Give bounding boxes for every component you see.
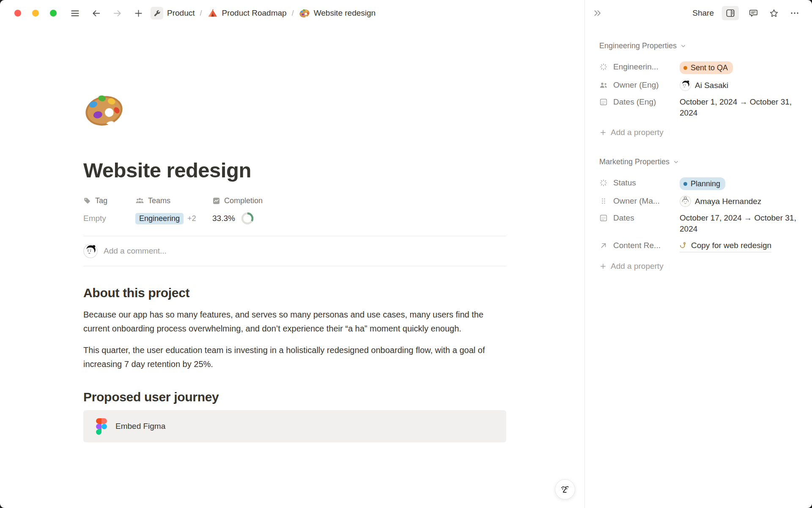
breadcrumb-item-product-roadmap[interactable]: Product Roadmap	[207, 8, 287, 19]
completion-chart-icon	[212, 197, 220, 205]
amaya-hernandez-avatar	[680, 196, 691, 207]
property-label: Owner (Ma...	[613, 196, 676, 207]
page-content: Website redesign Tag Teams Completion	[0, 26, 584, 508]
about-heading[interactable]: About this project	[83, 286, 506, 300]
property-row-engineering-status[interactable]: Engineerin... Sent to QA	[599, 50, 800, 74]
relation-page-link[interactable]: Copy for web redesign	[680, 240, 771, 252]
chevron-down-icon	[680, 43, 686, 49]
traffic-lights	[14, 10, 57, 17]
ai-sasaki-avatar	[680, 80, 691, 91]
teams-overflow-count[interactable]: +2	[187, 214, 196, 223]
close-window-button[interactable]	[14, 10, 21, 17]
completion-property-label[interactable]: Completion	[212, 196, 506, 205]
collapse-panel-icon[interactable]	[593, 8, 603, 18]
engineering-properties-header[interactable]: Engineering Properties	[599, 41, 800, 50]
comment-input[interactable]: Add a comment...	[104, 246, 167, 256]
page-properties: Tag Teams Completion Empty Engineerin	[83, 196, 506, 225]
page-icon-palette[interactable]	[83, 89, 125, 130]
status-dot	[683, 66, 687, 70]
panel-topbar: Share	[585, 0, 812, 26]
status-dot	[683, 182, 687, 186]
breadcrumb-label: Website redesign	[314, 8, 376, 18]
person-value[interactable]: Ai Sasaki	[680, 80, 728, 91]
panel-body: Engineering Properties Engineerin... Sen…	[585, 26, 812, 271]
about-paragraph-2[interactable]: This quarter, the user education team is…	[83, 343, 506, 371]
teams-property-label[interactable]: Teams	[135, 196, 212, 205]
hook-icon	[680, 242, 688, 250]
date-range-value[interactable]: October 17, 2024 → October 31, 2024	[680, 213, 800, 235]
forward-arrow-icon[interactable]	[112, 8, 123, 19]
journey-heading[interactable]: Proposed user journey	[83, 390, 506, 404]
notion-window: Product / Product Roadmap / Website rede…	[0, 0, 812, 508]
breadcrumb-item-website-redesign[interactable]: Website redesign	[299, 8, 376, 19]
person-value[interactable]: Amaya Hernandez	[680, 196, 761, 207]
property-row-owner-marketing[interactable]: Owner (Ma... Amaya Hernandez	[599, 190, 800, 207]
tag-property-label[interactable]: Tag	[83, 196, 135, 205]
embed-figma-block[interactable]: Embed Figma	[83, 410, 506, 442]
property-row-owner-eng[interactable]: Owner (Eng) Ai Sasaki	[599, 74, 800, 91]
marketing-properties-header[interactable]: Marketing Properties	[599, 157, 800, 166]
breadcrumb-separator: /	[198, 9, 203, 18]
date-range-value[interactable]: October 1, 2024 → October 31, 2024	[680, 97, 800, 119]
tent-page-icon	[207, 8, 218, 19]
figma-logo-icon	[96, 418, 107, 435]
property-label: Dates	[613, 213, 676, 224]
current-user-avatar	[83, 244, 98, 258]
breadcrumb-separator: /	[291, 9, 295, 18]
status-icon	[599, 61, 609, 72]
arrow-up-right-icon	[599, 240, 609, 251]
favorite-star-icon[interactable]	[768, 6, 780, 20]
wrench-page-icon	[151, 7, 163, 19]
dots-grid-icon	[599, 196, 609, 207]
embed-figma-label: Embed Figma	[115, 422, 165, 431]
teams-property-value[interactable]: Engineering +2	[135, 212, 212, 225]
plus-icon	[599, 262, 607, 270]
property-row-content-relation[interactable]: Content Re... Copy for web redesign	[599, 235, 800, 252]
page-title[interactable]: Website redesign	[83, 158, 506, 182]
add-property-button[interactable]: Add a property	[599, 128, 800, 137]
breadcrumb-label: Product Roadmap	[222, 8, 287, 18]
status-badge[interactable]: Sent to QA	[680, 61, 733, 74]
property-label: Owner (Eng)	[613, 80, 676, 91]
palette-page-icon	[299, 8, 310, 19]
chevron-down-icon	[673, 159, 679, 165]
status-icon	[599, 177, 609, 188]
toggle-side-panel-button[interactable]	[722, 6, 739, 20]
property-row-dates-eng[interactable]: Dates (Eng) October 1, 2024 → October 31…	[599, 91, 800, 119]
status-badge[interactable]: Planning	[680, 177, 725, 190]
calendar-icon	[599, 97, 609, 108]
back-arrow-icon[interactable]	[91, 8, 102, 19]
plus-icon	[599, 129, 607, 136]
notion-ai-button[interactable]	[555, 479, 575, 500]
notion-ai-face-icon	[560, 484, 571, 495]
calendar-icon	[599, 213, 609, 224]
completion-property-value[interactable]: 33.3%	[212, 212, 506, 225]
team-badge[interactable]: Engineering	[135, 213, 184, 224]
share-button[interactable]: Share	[692, 8, 714, 18]
tag-icon	[83, 197, 91, 205]
tag-property-value[interactable]: Empty	[83, 212, 135, 225]
breadcrumb-item-product[interactable]: Product	[151, 7, 195, 19]
window-topbar: Product / Product Roadmap / Website rede…	[0, 0, 584, 26]
property-label: Status	[613, 177, 676, 188]
about-paragraph-1[interactable]: Because our app has so many features, an…	[83, 308, 506, 336]
minimize-window-button[interactable]	[32, 10, 39, 17]
main-column: Product / Product Roadmap / Website rede…	[0, 0, 584, 508]
side-panel-icon	[726, 9, 735, 17]
property-row-status[interactable]: Status Planning	[599, 166, 800, 190]
zoom-window-button[interactable]	[50, 10, 57, 17]
add-property-button[interactable]: Add a property	[599, 262, 800, 271]
more-options-icon[interactable]	[788, 6, 801, 20]
properties-panel: Share Engineering Properties	[584, 0, 812, 508]
nav-controls	[69, 8, 144, 19]
comments-button[interactable]	[747, 6, 760, 20]
comment-bubble-icon	[749, 8, 758, 18]
new-page-plus-icon[interactable]	[133, 8, 144, 19]
teams-icon	[135, 197, 144, 205]
breadcrumb: Product / Product Roadmap / Website rede…	[151, 7, 376, 19]
completion-percent: 33.3%	[212, 214, 235, 223]
add-comment-row[interactable]: Add a comment...	[83, 236, 506, 266]
property-row-dates[interactable]: Dates October 17, 2024 → October 31, 202…	[599, 207, 800, 235]
sidebar-menu-icon[interactable]	[69, 8, 80, 19]
property-label: Dates (Eng)	[613, 97, 676, 108]
